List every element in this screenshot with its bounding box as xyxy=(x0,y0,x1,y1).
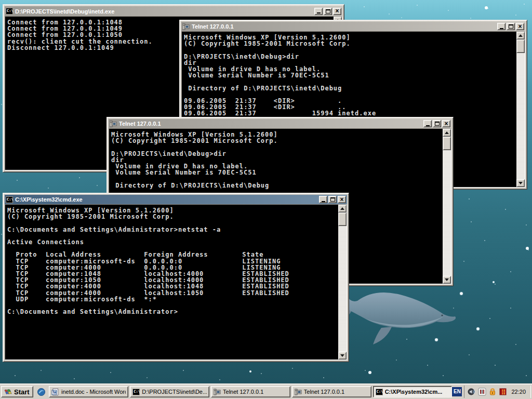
scroll-up-button[interactable] xyxy=(516,32,525,39)
taskbar-button-label: C:\XP\system32\cm... xyxy=(385,389,443,395)
volume-icon[interactable] xyxy=(468,388,476,396)
console-icon: C:\ xyxy=(376,389,383,395)
taskbar-button-telnet-1[interactable]: Telnet 127.0.0.1 xyxy=(211,386,290,397)
starfield-bright xyxy=(0,0,2,2)
telnet-icon xyxy=(182,23,190,30)
title-bar[interactable]: Telnet 127.0.0.1 × xyxy=(181,22,525,31)
title-bar[interactable]: C:\ D:\PROJECTS\inetd\Debug\inetd.exe × xyxy=(5,6,342,16)
window-title: Telnet 127.0.0.1 xyxy=(119,121,423,127)
maximize-button[interactable] xyxy=(324,8,332,15)
scrollbar-thumb[interactable] xyxy=(338,212,347,226)
scrollbar-thumb[interactable] xyxy=(443,137,451,150)
taskbar-button-label: inetd.doc - Microsoft Word xyxy=(61,389,126,395)
window-title: D:\PROJECTS\inetd\Debug\inetd.exe xyxy=(15,8,314,15)
close-button[interactable]: × xyxy=(516,23,524,30)
console-icon: C:\ xyxy=(6,196,13,203)
minimize-button[interactable] xyxy=(423,120,432,127)
scroll-up-button[interactable] xyxy=(443,129,451,137)
minimize-button[interactable] xyxy=(497,23,506,30)
start-button-label: Start xyxy=(14,388,30,396)
vertical-scrollbar[interactable] xyxy=(516,32,525,187)
window-title: C:\XP\system32\cmd.exe xyxy=(15,196,319,203)
scroll-down-button[interactable] xyxy=(516,179,525,187)
svg-text:W: W xyxy=(53,390,58,395)
close-button[interactable]: × xyxy=(333,8,341,15)
maximize-button[interactable] xyxy=(507,23,515,30)
windows-logo-icon xyxy=(4,388,12,396)
window-title: Telnet 127.0.0.1 xyxy=(192,23,497,30)
console-icon: C:\ xyxy=(6,8,13,15)
maximize-button[interactable] xyxy=(328,196,337,203)
system-tray: EN xyxy=(452,385,532,398)
scrollbar-thumb[interactable] xyxy=(516,39,525,53)
taskbar-button-inetd-console[interactable]: C:\ D:\PROJECTS\inetd\De... xyxy=(130,386,209,397)
app-bars-icon[interactable] xyxy=(478,388,486,396)
taskbar: Start W inetd.doc - Microsoft Word C:\ D… xyxy=(0,384,532,399)
console-output: Microsoft Windows XP [Version 5.1.2600] … xyxy=(5,205,338,360)
console-icon: C:\ xyxy=(132,389,140,395)
word-icon: W xyxy=(51,388,59,396)
start-button[interactable]: Start xyxy=(1,386,33,397)
telnet-icon xyxy=(295,389,302,395)
minimize-button[interactable] xyxy=(319,196,327,203)
taskbar-button-telnet-2[interactable]: Telnet 127.0.0.1 xyxy=(292,386,371,397)
taskbar-button-label: Telnet 127.0.0.1 xyxy=(304,389,344,395)
language-indicator[interactable]: EN xyxy=(452,387,462,396)
title-bar[interactable]: C:\ C:\XP\system32\cmd.exe × xyxy=(5,195,347,204)
taskbar-button-label: Telnet 127.0.0.1 xyxy=(223,389,263,395)
telnet-icon xyxy=(214,389,221,395)
scroll-down-button[interactable] xyxy=(443,276,451,284)
window-cmd: C:\ C:\XP\system32\cmd.exe × Microsoft W… xyxy=(3,193,349,362)
minimize-button[interactable] xyxy=(314,8,323,15)
taskbar-button-cmd[interactable]: C:\ C:\XP\system32\cm... xyxy=(373,386,453,397)
telnet-icon xyxy=(110,121,117,127)
vertical-scrollbar[interactable] xyxy=(443,129,451,284)
lock-icon[interactable] xyxy=(488,388,497,396)
close-button[interactable]: × xyxy=(338,196,346,203)
close-button[interactable]: × xyxy=(442,120,450,127)
quick-launch-icon[interactable] xyxy=(35,386,48,397)
taskbar-button-word[interactable]: W inetd.doc - Microsoft Word xyxy=(49,386,128,397)
dictionary-icon[interactable] xyxy=(499,388,507,396)
scroll-up-button[interactable] xyxy=(338,205,347,212)
tray-clock[interactable]: 22:20 xyxy=(511,389,526,395)
scroll-down-button[interactable] xyxy=(338,352,347,360)
taskbar-button-label: D:\PROJECTS\inetd\De... xyxy=(142,389,207,395)
dolphin-wallpaper-image xyxy=(342,285,459,358)
title-bar[interactable]: Telnet 127.0.0.1 × xyxy=(109,119,451,128)
maximize-button[interactable] xyxy=(433,120,441,127)
vertical-scrollbar[interactable] xyxy=(338,205,347,360)
